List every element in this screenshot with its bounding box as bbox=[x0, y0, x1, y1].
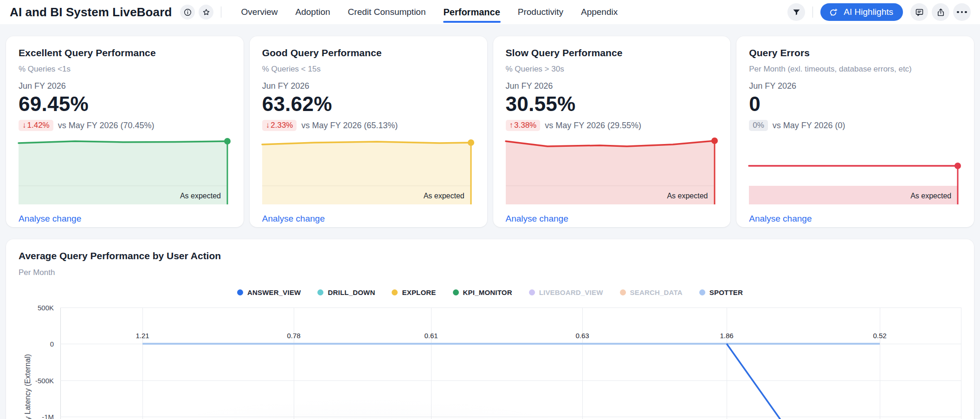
kpi-card-good-query-performance: Good Query Performance % Queries < 15s J… bbox=[250, 36, 487, 227]
delta-badge: ↓1.42% bbox=[19, 120, 53, 131]
delta-badge: 0% bbox=[749, 120, 768, 131]
legend-dot-icon bbox=[392, 289, 398, 295]
share-export-icon bbox=[936, 7, 946, 17]
legend-item-kpi_monitor[interactable]: KPI_MONITOR bbox=[453, 288, 512, 296]
legend-item-spotter[interactable]: SPOTTER bbox=[699, 288, 743, 296]
status-label: As expected bbox=[910, 192, 951, 200]
card-period: Jun FY 2026 bbox=[506, 81, 718, 91]
tab-adoption[interactable]: Adoption bbox=[296, 0, 330, 24]
vs-previous-text: vs May FY 2026 (0) bbox=[773, 121, 845, 131]
kpi-card-query-errors: Query Errors Per Month (exl. timeouts, d… bbox=[736, 36, 974, 227]
filter-icon bbox=[792, 7, 801, 17]
header-divider bbox=[221, 7, 221, 18]
app-header: AI and BI System LiveBoard OverviewAdopt… bbox=[0, 0, 980, 24]
status-label: As expected bbox=[180, 192, 221, 200]
legend-dot-icon bbox=[529, 289, 535, 295]
chart-lines bbox=[60, 308, 961, 419]
analyse-change-link[interactable]: Analyse change bbox=[262, 214, 325, 224]
analyse-change-link[interactable]: Analyse change bbox=[749, 214, 812, 224]
legend-dot-icon bbox=[699, 289, 705, 295]
favorite-star-button[interactable] bbox=[199, 5, 213, 20]
card-subtitle: % Queries <1s bbox=[19, 65, 231, 74]
card-subtitle: % Queries < 15s bbox=[262, 65, 475, 74]
legend-dot-icon bbox=[237, 289, 243, 295]
card-subtitle: Per Month (exl. timeouts, database error… bbox=[749, 65, 961, 74]
filter-button[interactable] bbox=[787, 3, 805, 21]
legend-item-liveboard_view[interactable]: LIVEBOARD_VIEW bbox=[529, 288, 603, 296]
analyse-change-link[interactable]: Analyse change bbox=[506, 214, 568, 224]
kpi-card-excellent-query-performance: Excellent Query Performance % Queries <1… bbox=[6, 36, 244, 227]
ai-highlights-label: AI Highlights bbox=[844, 7, 893, 17]
chart-plot: Query Latency (External) 500K0-500K-1M1.… bbox=[60, 308, 961, 419]
comment-button[interactable] bbox=[910, 3, 928, 21]
header-divider-2 bbox=[812, 7, 813, 18]
status-label: As expected bbox=[424, 192, 464, 200]
card-title: Slow Query Performance bbox=[506, 47, 718, 59]
card-period: Jun FY 2026 bbox=[749, 81, 961, 91]
delta-badge: ↑3.38% bbox=[506, 120, 541, 131]
sparkline-chart: As expected bbox=[506, 139, 718, 204]
legend-item-drill_down[interactable]: DRILL_DOWN bbox=[317, 288, 375, 296]
chart-subtitle: Per Month bbox=[19, 268, 961, 277]
tab-performance[interactable]: Performance bbox=[444, 0, 500, 24]
analyse-change-link[interactable]: Analyse change bbox=[19, 214, 81, 224]
liveboard-page: AI and BI System LiveBoard OverviewAdopt… bbox=[0, 0, 980, 419]
legend-dot-icon bbox=[453, 289, 459, 295]
ellipsis-icon bbox=[957, 11, 967, 13]
chart-legend: ANSWER_VIEWDRILL_DOWNEXPLOREKPI_MONITORL… bbox=[19, 288, 961, 296]
tab-appendix[interactable]: Appendix bbox=[581, 0, 618, 24]
vs-previous-text: vs May FY 2026 (70.45%) bbox=[58, 121, 155, 131]
info-icon-button[interactable] bbox=[180, 5, 195, 20]
ai-highlights-button[interactable]: AI Highlights bbox=[820, 3, 903, 21]
ai-sparkle-icon bbox=[828, 7, 839, 18]
kpi-value: 30.55% bbox=[506, 92, 718, 116]
delta-arrow-icon: ↑ bbox=[509, 121, 514, 130]
kpi-row: Excellent Query Performance % Queries <1… bbox=[6, 36, 974, 227]
card-period: Jun FY 2026 bbox=[262, 81, 475, 91]
legend-item-explore[interactable]: EXPLORE bbox=[392, 288, 436, 296]
y-tick-label: -1M bbox=[27, 413, 54, 419]
legend-dot-icon bbox=[317, 289, 323, 295]
chart-card: Average Query Performance by User Action… bbox=[6, 239, 974, 419]
kpi-card-slow-query-performance: Slow Query Performance % Queries > 30s J… bbox=[493, 36, 731, 227]
y-tick-label: 0 bbox=[27, 340, 54, 348]
delta-badge: ↓2.33% bbox=[262, 120, 297, 131]
delta-arrow-icon: ↓ bbox=[266, 121, 270, 130]
kpi-value: 0 bbox=[749, 92, 961, 116]
y-tick-label: 500K bbox=[27, 304, 54, 312]
tab-bar: OverviewAdoptionCredit ConsumptionPerfor… bbox=[241, 0, 618, 24]
share-button[interactable] bbox=[932, 3, 949, 21]
delta-arrow-icon: ↓ bbox=[22, 121, 26, 130]
comment-icon bbox=[915, 7, 924, 17]
card-period: Jun FY 2026 bbox=[19, 81, 231, 91]
info-icon bbox=[183, 8, 192, 17]
legend-item-search_data[interactable]: SEARCH_DATA bbox=[620, 288, 683, 296]
star-icon bbox=[202, 8, 211, 17]
legend-dot-icon bbox=[620, 289, 626, 295]
card-title: Good Query Performance bbox=[262, 47, 475, 59]
kpi-value: 63.62% bbox=[262, 92, 475, 116]
tab-credit-consumption[interactable]: Credit Consumption bbox=[348, 0, 426, 24]
sparkline-chart: As expected bbox=[19, 139, 231, 204]
legend-item-answer_view[interactable]: ANSWER_VIEW bbox=[237, 288, 301, 296]
chart-title: Average Query Performance by User Action bbox=[19, 250, 961, 262]
y-tick-label: -500K bbox=[27, 377, 54, 385]
card-title: Query Errors bbox=[749, 47, 961, 59]
main-content: Excellent Query Performance % Queries <1… bbox=[0, 24, 980, 419]
kpi-value: 69.45% bbox=[19, 92, 231, 116]
sparkline-chart: As expected bbox=[262, 139, 475, 204]
tab-overview[interactable]: Overview bbox=[241, 0, 277, 24]
more-options-button[interactable] bbox=[953, 3, 971, 21]
vs-previous-text: vs May FY 2026 (65.13%) bbox=[301, 121, 398, 131]
tab-productivity[interactable]: Productivity bbox=[518, 0, 563, 24]
sparkline-chart: As expected bbox=[749, 139, 961, 204]
card-subtitle: % Queries > 30s bbox=[506, 65, 718, 74]
card-title: Excellent Query Performance bbox=[19, 47, 231, 59]
vs-previous-text: vs May FY 2026 (29.55%) bbox=[545, 121, 641, 131]
status-label: As expected bbox=[667, 192, 708, 200]
y-axis-title: Query Latency (External) bbox=[24, 354, 32, 419]
page-title: AI and BI System LiveBoard bbox=[10, 5, 172, 20]
